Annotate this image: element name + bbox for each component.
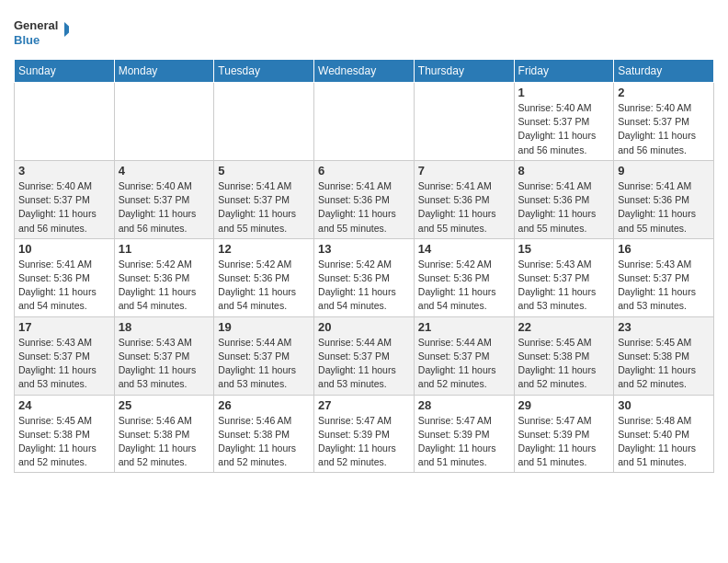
day-number: 7 (418, 164, 510, 178)
day-info: Sunrise: 5:45 AMSunset: 5:38 PMDaylight:… (618, 336, 710, 392)
calendar-week-row: 24Sunrise: 5:45 AMSunset: 5:38 PMDayligh… (15, 395, 714, 473)
day-info: Sunrise: 5:46 AMSunset: 5:38 PMDaylight:… (119, 414, 210, 470)
calendar-week-row: 17Sunrise: 5:43 AMSunset: 5:37 PMDayligh… (15, 316, 714, 395)
calendar-day-header: Thursday (414, 60, 514, 83)
calendar-body: 1Sunrise: 5:40 AMSunset: 5:37 PMDaylight… (15, 83, 714, 473)
calendar-day-cell: 25Sunrise: 5:46 AMSunset: 5:38 PMDayligh… (114, 395, 214, 473)
calendar-header-row: SundayMondayTuesdayWednesdayThursdayFrid… (15, 60, 714, 83)
calendar-day-cell: 26Sunrise: 5:46 AMSunset: 5:38 PMDayligh… (214, 395, 314, 473)
day-number: 8 (518, 164, 610, 178)
calendar-day-cell: 24Sunrise: 5:45 AMSunset: 5:38 PMDayligh… (15, 395, 115, 473)
day-info: Sunrise: 5:42 AMSunset: 5:36 PMDaylight:… (119, 258, 210, 314)
calendar-week-row: 3Sunrise: 5:40 AMSunset: 5:37 PMDaylight… (15, 160, 714, 238)
day-info: Sunrise: 5:43 AMSunset: 5:37 PMDaylight:… (518, 258, 610, 314)
day-number: 29 (518, 398, 610, 412)
day-number: 17 (18, 320, 110, 334)
day-info: Sunrise: 5:43 AMSunset: 5:37 PMDaylight:… (119, 336, 210, 392)
calendar-day-cell: 13Sunrise: 5:42 AMSunset: 5:36 PMDayligh… (314, 238, 415, 316)
calendar-day-cell: 12Sunrise: 5:42 AMSunset: 5:36 PMDayligh… (214, 238, 314, 316)
day-info: Sunrise: 5:43 AMSunset: 5:37 PMDaylight:… (618, 258, 710, 314)
logo-svg: General Blue (14, 15, 69, 52)
day-info: Sunrise: 5:47 AMSunset: 5:39 PMDaylight:… (318, 414, 410, 470)
day-number: 3 (18, 164, 110, 178)
day-info: Sunrise: 5:41 AMSunset: 5:37 PMDaylight:… (218, 179, 310, 236)
day-info: Sunrise: 5:40 AMSunset: 5:37 PMDaylight:… (518, 101, 610, 157)
day-info: Sunrise: 5:44 AMSunset: 5:37 PMDaylight:… (418, 336, 510, 392)
calendar-day-cell: 18Sunrise: 5:43 AMSunset: 5:37 PMDayligh… (114, 316, 214, 395)
day-info: Sunrise: 5:45 AMSunset: 5:38 PMDaylight:… (18, 414, 110, 470)
day-number: 19 (218, 320, 310, 334)
day-info: Sunrise: 5:40 AMSunset: 5:37 PMDaylight:… (18, 179, 110, 236)
calendar-day-header: Tuesday (214, 60, 314, 83)
calendar-day-cell: 6Sunrise: 5:41 AMSunset: 5:36 PMDaylight… (314, 160, 415, 238)
calendar-day-cell (314, 83, 415, 161)
day-number: 15 (518, 242, 610, 256)
day-number: 2 (618, 86, 710, 99)
day-number: 30 (618, 398, 710, 412)
calendar-week-row: 10Sunrise: 5:41 AMSunset: 5:36 PMDayligh… (15, 238, 714, 316)
calendar-day-cell: 15Sunrise: 5:43 AMSunset: 5:37 PMDayligh… (514, 238, 614, 316)
day-number: 10 (18, 242, 110, 256)
calendar-day-cell: 21Sunrise: 5:44 AMSunset: 5:37 PMDayligh… (414, 316, 514, 395)
day-number: 28 (418, 398, 510, 412)
day-number: 18 (119, 320, 210, 334)
calendar-day-cell: 20Sunrise: 5:44 AMSunset: 5:37 PMDayligh… (314, 316, 415, 395)
day-info: Sunrise: 5:48 AMSunset: 5:40 PMDaylight:… (618, 414, 710, 470)
calendar-day-cell: 10Sunrise: 5:41 AMSunset: 5:36 PMDayligh… (15, 238, 115, 316)
calendar-day-cell: 8Sunrise: 5:41 AMSunset: 5:36 PMDaylight… (514, 160, 614, 238)
calendar-day-cell: 3Sunrise: 5:40 AMSunset: 5:37 PMDaylight… (15, 160, 115, 238)
calendar-day-header: Sunday (15, 60, 115, 83)
day-number: 9 (618, 164, 710, 178)
calendar-day-cell: 28Sunrise: 5:47 AMSunset: 5:39 PMDayligh… (414, 395, 514, 473)
day-number: 4 (119, 164, 210, 178)
calendar-table: SundayMondayTuesdayWednesdayThursdayFrid… (14, 59, 714, 473)
calendar-day-header: Wednesday (314, 60, 415, 83)
day-info: Sunrise: 5:44 AMSunset: 5:37 PMDaylight:… (318, 336, 410, 392)
day-number: 5 (218, 164, 310, 178)
day-number: 12 (218, 242, 310, 256)
calendar-day-cell: 2Sunrise: 5:40 AMSunset: 5:37 PMDaylight… (614, 83, 714, 161)
calendar-day-cell: 19Sunrise: 5:44 AMSunset: 5:37 PMDayligh… (214, 316, 314, 395)
day-number: 21 (418, 320, 510, 334)
calendar-day-cell: 9Sunrise: 5:41 AMSunset: 5:36 PMDaylight… (614, 160, 714, 238)
calendar-day-header: Monday (114, 60, 214, 83)
day-info: Sunrise: 5:44 AMSunset: 5:37 PMDaylight:… (218, 336, 310, 392)
day-number: 22 (518, 320, 610, 334)
calendar-day-cell: 16Sunrise: 5:43 AMSunset: 5:37 PMDayligh… (614, 238, 714, 316)
calendar-day-cell: 17Sunrise: 5:43 AMSunset: 5:37 PMDayligh… (15, 316, 115, 395)
page-header: General Blue (14, 9, 714, 52)
day-info: Sunrise: 5:42 AMSunset: 5:36 PMDaylight:… (218, 258, 310, 314)
calendar-day-cell (414, 83, 514, 161)
day-number: 25 (119, 398, 210, 412)
calendar-day-header: Saturday (614, 60, 714, 83)
calendar-day-cell: 5Sunrise: 5:41 AMSunset: 5:37 PMDaylight… (214, 160, 314, 238)
day-info: Sunrise: 5:47 AMSunset: 5:39 PMDaylight:… (418, 414, 510, 470)
day-info: Sunrise: 5:41 AMSunset: 5:36 PMDaylight:… (618, 179, 710, 236)
day-number: 6 (318, 164, 410, 178)
calendar-day-cell: 11Sunrise: 5:42 AMSunset: 5:36 PMDayligh… (114, 238, 214, 316)
day-number: 1 (518, 86, 610, 99)
calendar-day-cell: 30Sunrise: 5:48 AMSunset: 5:40 PMDayligh… (614, 395, 714, 473)
day-number: 14 (418, 242, 510, 256)
day-info: Sunrise: 5:47 AMSunset: 5:39 PMDaylight:… (518, 414, 610, 470)
day-info: Sunrise: 5:42 AMSunset: 5:36 PMDaylight:… (318, 258, 410, 314)
day-info: Sunrise: 5:41 AMSunset: 5:36 PMDaylight:… (18, 258, 110, 314)
logo: General Blue (14, 15, 69, 52)
day-number: 16 (618, 242, 710, 256)
calendar-day-cell: 4Sunrise: 5:40 AMSunset: 5:37 PMDaylight… (114, 160, 214, 238)
day-info: Sunrise: 5:42 AMSunset: 5:36 PMDaylight:… (418, 258, 510, 314)
svg-text:General: General (14, 18, 58, 32)
calendar-day-cell (15, 83, 115, 161)
svg-text:Blue: Blue (14, 33, 40, 47)
calendar-week-row: 1Sunrise: 5:40 AMSunset: 5:37 PMDaylight… (15, 83, 714, 161)
day-info: Sunrise: 5:43 AMSunset: 5:37 PMDaylight:… (18, 336, 110, 392)
day-info: Sunrise: 5:41 AMSunset: 5:36 PMDaylight:… (518, 179, 610, 236)
calendar-day-cell: 27Sunrise: 5:47 AMSunset: 5:39 PMDayligh… (314, 395, 415, 473)
calendar-day-cell: 7Sunrise: 5:41 AMSunset: 5:36 PMDaylight… (414, 160, 514, 238)
day-number: 26 (218, 398, 310, 412)
calendar-day-cell: 14Sunrise: 5:42 AMSunset: 5:36 PMDayligh… (414, 238, 514, 316)
day-number: 27 (318, 398, 410, 412)
day-info: Sunrise: 5:41 AMSunset: 5:36 PMDaylight:… (418, 179, 510, 236)
day-info: Sunrise: 5:40 AMSunset: 5:37 PMDaylight:… (618, 101, 710, 157)
svg-marker-2 (64, 22, 69, 37)
